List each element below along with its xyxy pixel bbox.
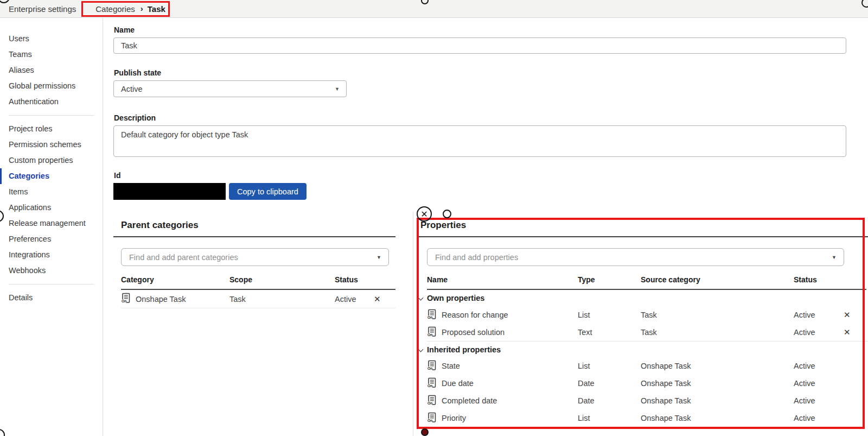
property-name-cell: OnDue date (427, 377, 578, 390)
sidebar-item-webhooks[interactable]: Webhooks (0, 263, 103, 279)
property-name: Reason for change (442, 311, 508, 319)
property-name-cell: OnProposed solution (427, 326, 578, 339)
dropdown-caret-icon: ▼ (832, 255, 837, 260)
property-row-proposed-solution: OnProposed solutionTextTaskActive✕ (427, 324, 868, 341)
find-properties-combobox[interactable]: Find and add properties ▼ (427, 248, 844, 266)
sidebar-nav: UsersTeamsAliasesGlobal permissionsAuthe… (0, 18, 103, 436)
property-name-cell: OnPriority (427, 412, 578, 425)
sidebar-item-details[interactable]: Details (0, 290, 103, 306)
column-status: Status (335, 275, 374, 284)
sidebar-item-project-roles[interactable]: Project roles (0, 121, 103, 137)
properties-panel: Properties Find and add properties ▼ Nam… (413, 212, 868, 436)
property-type: Text (578, 328, 641, 337)
property-row-state: OnStateListOnshape TaskActive (427, 357, 868, 375)
sidebar-item-global-permissions[interactable]: Global permissions (0, 78, 103, 94)
description-textarea[interactable]: Default category for object type Task (113, 125, 846, 157)
find-parent-categories-placeholder: Find and add parent categories (129, 253, 238, 262)
category-document-icon: On (427, 326, 437, 339)
sidebar-item-teams[interactable]: Teams (0, 47, 103, 62)
app-title: Enterprise settings (9, 4, 76, 14)
sidebar-item-applications[interactable]: Applications (0, 200, 103, 216)
property-type: Date (578, 396, 641, 405)
category-document-icon: On (427, 412, 437, 425)
sidebar-item-custom-properties[interactable]: Custom properties (0, 153, 103, 168)
publish-state-select[interactable]: Active ▼ (113, 80, 347, 97)
property-row-completed-date: OnCompleted dateDateOnshape TaskActive (427, 392, 868, 409)
column-scope: Scope (229, 275, 335, 284)
find-parent-categories-combobox[interactable]: Find and add parent categories ▼ (121, 248, 389, 266)
name-input[interactable] (113, 37, 846, 54)
status-badge: Active (794, 396, 844, 405)
sidebar-item-categories[interactable]: Categories (0, 168, 103, 184)
svg-text:On: On (122, 299, 126, 303)
svg-text:On: On (427, 315, 432, 319)
sidebar-item-items[interactable]: Items (0, 184, 103, 200)
parent-categories-panel: Parent categories Find and add parent ca… (113, 212, 395, 436)
sidebar-item-aliases[interactable]: Aliases (0, 62, 103, 78)
svg-text:On: On (427, 401, 432, 405)
sidebar-item-authentication[interactable]: Authentication (0, 94, 103, 110)
property-group-own-properties[interactable]: Own properties (427, 290, 868, 306)
property-type: List (578, 362, 641, 370)
column-type: Type (578, 275, 641, 284)
svg-text:On: On (427, 367, 432, 370)
remove-icon[interactable]: ✕ (844, 327, 854, 337)
status-badge: Active (335, 295, 374, 304)
sidebar-item-preferences[interactable]: Preferences (0, 231, 103, 247)
sidebar-item-release-management[interactable]: Release management (0, 216, 103, 231)
remove-icon[interactable]: ✕ (374, 294, 385, 304)
publish-state-value: Active (121, 85, 143, 93)
property-source-category: Task (641, 328, 794, 337)
property-row-priority: OnPriorityListOnshape TaskActive (427, 409, 868, 427)
copy-to-clipboard-button[interactable]: Copy to clipboard (229, 183, 307, 200)
property-name: Proposed solution (442, 328, 505, 337)
sidebar-divider (9, 284, 94, 285)
property-name: State (442, 362, 460, 370)
property-name: Priority (442, 414, 466, 422)
property-type: Date (578, 379, 641, 388)
status-badge: Active (794, 379, 844, 388)
category-scope: Task (229, 295, 335, 304)
property-source-category: Onshape Task (641, 414, 794, 422)
property-type: List (578, 311, 641, 319)
breadcrumb: Categories › Task (87, 4, 175, 14)
properties-table-body: Own propertiesOnReason for changeListTas… (418, 290, 868, 427)
property-name-cell: OnState (427, 360, 578, 372)
property-name-cell: OnCompleted date (427, 395, 578, 407)
category-document-icon: On (427, 309, 437, 321)
id-row: Copy to clipboard (113, 183, 846, 200)
status-badge: Active (794, 311, 844, 319)
column-category: Category (121, 275, 229, 284)
category-document-icon: On (427, 360, 437, 372)
property-row-reason-for-change: OnReason for changeListTaskActive✕ (427, 306, 868, 324)
sidebar-item-users[interactable]: Users (0, 31, 103, 47)
category-name-cell: OnOnshape Task (121, 293, 229, 305)
column-source-category: Source category (641, 275, 794, 284)
property-source-category: Task (641, 311, 794, 319)
property-name: Completed date (442, 396, 497, 405)
property-type: List (578, 414, 641, 422)
dropdown-caret-icon: ▼ (335, 86, 340, 92)
sidebar-item-permission-schemes[interactable]: Permission schemes (0, 137, 103, 153)
category-document-icon: On (427, 377, 437, 390)
status-badge: Active (794, 362, 844, 370)
id-value-redacted (113, 183, 226, 200)
property-group-inherited-properties[interactable]: Inherited properties (427, 341, 868, 357)
column-status: Status (794, 275, 844, 284)
breadcrumb-current-task: Task (148, 4, 175, 14)
property-name-cell: OnReason for change (427, 309, 578, 321)
category-document-icon: On (121, 293, 131, 305)
property-group-label: Inherited properties (427, 345, 501, 354)
remove-icon[interactable]: ✕ (844, 310, 854, 320)
property-name: Due date (442, 379, 474, 388)
sidebar-item-integrations[interactable]: Integrations (0, 247, 103, 263)
category-form: Name Publish state Active ▼ Description … (113, 18, 846, 200)
property-source-category: Onshape Task (641, 379, 794, 388)
breadcrumb-categories-link[interactable]: Categories (87, 4, 141, 14)
properties-title: Properties (418, 212, 868, 237)
description-label: Description (114, 113, 846, 122)
category-document-icon: On (427, 395, 437, 407)
properties-table-header: Name Type Source category Status (427, 275, 866, 290)
property-row-due-date: OnDue dateDateOnshape TaskActive (427, 375, 868, 392)
property-group-label: Own properties (427, 294, 484, 302)
